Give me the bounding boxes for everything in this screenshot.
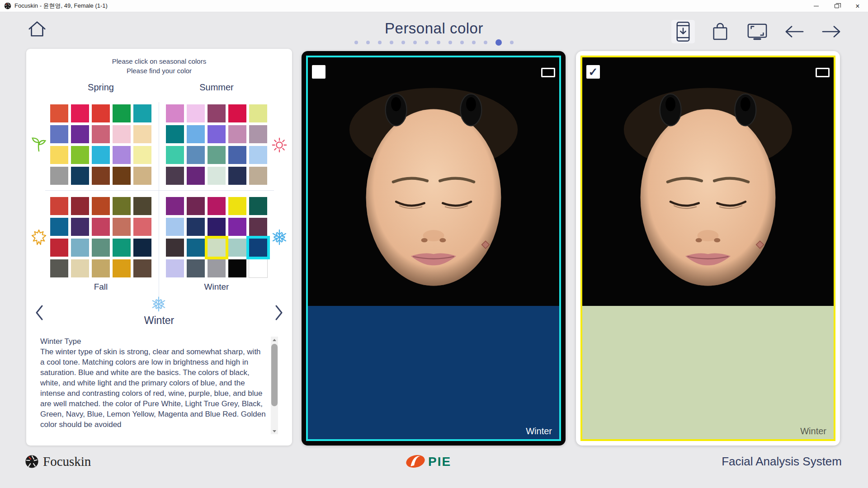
swatch-summer-5[interactable] xyxy=(249,104,267,122)
swatch-winter-3[interactable] xyxy=(208,197,226,215)
swatch-fall-15[interactable] xyxy=(133,239,151,257)
back-button[interactable] xyxy=(783,20,806,43)
swatch-spring-8[interactable] xyxy=(92,125,110,143)
swatch-summer-12[interactable] xyxy=(187,146,205,164)
swatch-spring-2[interactable] xyxy=(71,104,89,122)
swatch-spring-13[interactable] xyxy=(92,146,110,164)
swatch-winter-13[interactable] xyxy=(208,239,226,257)
swatch-spring-3[interactable] xyxy=(92,104,110,122)
swatch-spring-6[interactable] xyxy=(50,125,68,143)
swatch-spring-15[interactable] xyxy=(133,146,151,164)
pagination-dot-9[interactable] xyxy=(448,41,452,44)
swatch-winter-5[interactable] xyxy=(249,197,267,215)
swatch-spring-4[interactable] xyxy=(113,104,131,122)
swatch-fall-5[interactable] xyxy=(133,197,151,215)
left-card-checkbox[interactable]: ✓ xyxy=(312,65,326,79)
swatch-spring-1[interactable] xyxy=(50,104,68,122)
swatch-summer-17[interactable] xyxy=(187,167,205,185)
swatch-spring-9[interactable] xyxy=(113,125,131,143)
swatch-winter-12[interactable] xyxy=(187,239,205,257)
swatch-winter-10[interactable] xyxy=(249,218,267,236)
swatch-fall-19[interactable] xyxy=(113,259,131,277)
swatch-spring-12[interactable] xyxy=(71,146,89,164)
pagination-dot-4[interactable] xyxy=(390,41,393,44)
scrollbar-thumb[interactable] xyxy=(271,344,278,406)
swatch-fall-4[interactable] xyxy=(113,197,131,215)
swatch-winter-15[interactable] xyxy=(249,239,267,257)
swatch-fall-17[interactable] xyxy=(71,259,89,277)
pagination-dot-5[interactable] xyxy=(401,41,405,44)
swatch-spring-11[interactable] xyxy=(50,146,68,164)
swatch-summer-18[interactable] xyxy=(208,167,226,185)
swatch-summer-6[interactable] xyxy=(166,125,184,143)
pagination-dot-13[interactable] xyxy=(495,39,502,46)
swatch-winter-16[interactable] xyxy=(166,259,184,277)
face-preview-card-left[interactable]: Winter ✓ xyxy=(302,51,566,446)
swatch-summer-10[interactable] xyxy=(249,125,267,143)
swatch-fall-12[interactable] xyxy=(71,239,89,257)
next-button[interactable] xyxy=(820,20,843,43)
swatch-winter-8[interactable] xyxy=(208,218,226,236)
swatch-fall-11[interactable] xyxy=(50,239,68,257)
swatch-summer-4[interactable] xyxy=(228,104,246,122)
shopping-bag-button[interactable] xyxy=(708,20,732,43)
swatch-summer-13[interactable] xyxy=(208,146,226,164)
swatch-fall-2[interactable] xyxy=(71,197,89,215)
swatch-summer-9[interactable] xyxy=(228,125,246,143)
swatch-fall-8[interactable] xyxy=(92,218,110,236)
pagination-dot-2[interactable] xyxy=(366,41,370,44)
swatch-fall-10[interactable] xyxy=(133,218,151,236)
minimize-button[interactable] xyxy=(806,0,826,12)
swatch-summer-8[interactable] xyxy=(208,125,226,143)
swatch-summer-1[interactable] xyxy=(166,104,184,122)
swatch-winter-9[interactable] xyxy=(228,218,246,236)
swatch-spring-7[interactable] xyxy=(71,125,89,143)
swatch-summer-3[interactable] xyxy=(208,104,226,122)
swatch-spring-20[interactable] xyxy=(133,167,151,185)
swatch-spring-14[interactable] xyxy=(113,146,131,164)
swatch-spring-16[interactable] xyxy=(50,167,68,185)
swatch-winter-14[interactable] xyxy=(228,239,246,257)
swatch-winter-2[interactable] xyxy=(187,197,205,215)
swatch-winter-6[interactable] xyxy=(166,218,184,236)
swatch-winter-17[interactable] xyxy=(187,259,205,277)
close-button[interactable]: × xyxy=(847,0,868,12)
swatch-fall-3[interactable] xyxy=(92,197,110,215)
swatch-fall-1[interactable] xyxy=(50,197,68,215)
swatch-fall-20[interactable] xyxy=(133,259,151,277)
pagination-dot-10[interactable] xyxy=(460,41,464,44)
swatch-spring-10[interactable] xyxy=(133,125,151,143)
swatch-summer-15[interactable] xyxy=(249,146,267,164)
swatch-summer-2[interactable] xyxy=(187,104,205,122)
swatch-summer-14[interactable] xyxy=(228,146,246,164)
swatch-winter-7[interactable] xyxy=(187,218,205,236)
swatch-summer-11[interactable] xyxy=(166,146,184,164)
pagination-dot-1[interactable] xyxy=(354,41,358,44)
pagination-dot-11[interactable] xyxy=(472,41,476,44)
swatch-summer-20[interactable] xyxy=(249,167,267,185)
swatch-spring-5[interactable] xyxy=(133,104,151,122)
swatch-winter-20[interactable] xyxy=(249,259,267,277)
swatch-fall-7[interactable] xyxy=(71,218,89,236)
swatch-fall-13[interactable] xyxy=(92,239,110,257)
swatch-summer-19[interactable] xyxy=(228,167,246,185)
pagination-dot-3[interactable] xyxy=(378,41,382,44)
restore-button[interactable] xyxy=(826,0,847,12)
swatch-fall-14[interactable] xyxy=(113,239,131,257)
maximize-icon[interactable] xyxy=(816,68,830,77)
swatch-spring-19[interactable] xyxy=(113,167,131,185)
download-to-device-button[interactable] xyxy=(671,20,695,43)
pagination-dot-8[interactable] xyxy=(437,41,440,44)
swatch-summer-16[interactable] xyxy=(166,167,184,185)
swatch-winter-18[interactable] xyxy=(208,259,226,277)
pagination-dot-12[interactable] xyxy=(484,41,487,44)
screen-mirror-button[interactable] xyxy=(745,20,769,43)
description-scrollbar[interactable] xyxy=(271,337,278,434)
swatch-winter-4[interactable] xyxy=(228,197,246,215)
pagination-dot-6[interactable] xyxy=(413,41,417,44)
pagination-dot-7[interactable] xyxy=(425,41,429,44)
right-card-checkbox[interactable]: ✓ xyxy=(586,65,600,79)
swatch-fall-9[interactable] xyxy=(113,218,131,236)
maximize-icon[interactable] xyxy=(541,68,555,77)
swatch-fall-16[interactable] xyxy=(50,259,68,277)
